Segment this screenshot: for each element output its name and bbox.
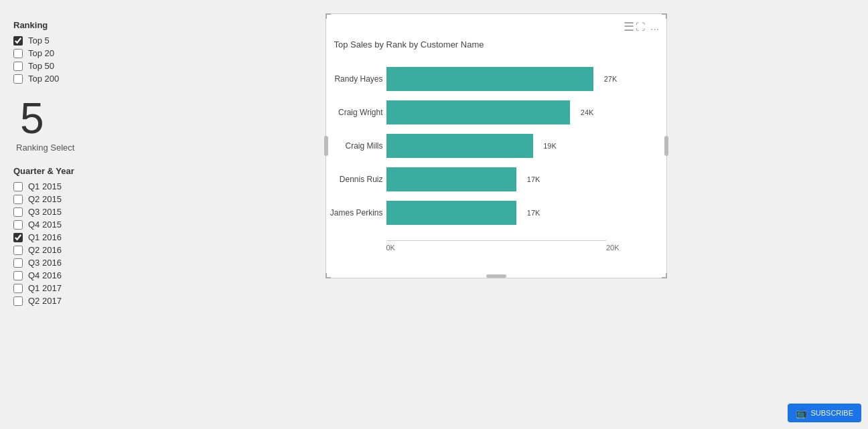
qy-label-7: Q4 2016 <box>28 270 62 280</box>
bar-label-2: Craig Mills <box>330 141 383 151</box>
qy-option-5[interactable]: Q2 2016 <box>13 245 137 255</box>
qy-option-9[interactable]: Q2 2017 <box>13 296 137 306</box>
qy-checkbox-9[interactable] <box>13 296 23 306</box>
drag-handle[interactable]: ☰ <box>624 19 636 34</box>
quarter-year-filter-section: Quarter & Year Q1 2015Q2 2015Q3 2015Q4 2… <box>13 166 137 306</box>
qy-label-3: Q4 2015 <box>28 220 62 230</box>
x-axis: 0K 20K <box>333 244 660 252</box>
qy-label-8: Q1 2017 <box>28 283 62 293</box>
subscribe-label: SUBSCRIBE <box>810 409 853 417</box>
qy-option-2[interactable]: Q3 2015 <box>13 207 137 217</box>
corner-handle-tl[interactable] <box>326 13 331 19</box>
corner-handle-bl[interactable] <box>326 273 331 278</box>
ranking-label-3: Top 200 <box>28 74 59 84</box>
chart-area: Randy Hayes27KCraig Wright24KCraig Mills… <box>326 55 666 272</box>
bar-row-4: James Perkins17K <box>386 199 620 227</box>
ranking-label-2: Top 50 <box>28 61 54 71</box>
qy-option-4[interactable]: Q1 2016 <box>13 232 137 242</box>
bar-fill-0[interactable]: 27K <box>386 67 594 91</box>
bar-fill-4[interactable]: 17K <box>386 201 517 225</box>
corner-handle-br[interactable] <box>662 273 667 278</box>
qy-option-6[interactable]: Q3 2016 <box>13 258 137 268</box>
bar-row-1: Craig Wright24K <box>386 98 620 126</box>
ranking-label-0: Top 5 <box>28 35 50 46</box>
bar-wrapper-4: 17K <box>386 199 620 227</box>
subscribe-icon: 📺 <box>796 408 807 418</box>
qy-option-3[interactable]: Q4 2015 <box>13 220 137 230</box>
subscribe-button[interactable]: 📺 SUBSCRIBE <box>788 404 861 422</box>
more-options-icon[interactable]: … <box>650 21 660 32</box>
bar-value-1: 24K <box>581 108 594 116</box>
bar-fill-2[interactable]: 19K <box>386 134 533 158</box>
qy-checkbox-7[interactable] <box>13 271 23 280</box>
qy-option-8[interactable]: Q1 2017 <box>13 283 137 293</box>
bar-label-0: Randy Hayes <box>330 74 383 84</box>
chart-panel: ☰ ⛶ … Top Sales by Rank by Customer Name… <box>326 13 667 278</box>
x-axis-end: 20K <box>606 244 620 252</box>
qy-checkbox-1[interactable] <box>13 195 23 204</box>
x-axis-start: 0K <box>386 244 395 252</box>
ranking-option-3[interactable]: Top 200 <box>13 74 137 84</box>
ranking-option-1[interactable]: Top 20 <box>13 48 137 58</box>
ranking-filter-section: Ranking Top 5Top 20Top 50Top 200 <box>13 20 137 84</box>
chart-panel-icons: ⛶ … <box>636 21 660 32</box>
bar-wrapper-2: 19K <box>386 132 620 160</box>
ranking-checkbox-0[interactable] <box>13 36 23 46</box>
ranking-number: 5 <box>13 97 137 140</box>
qy-label-0: Q1 2015 <box>28 181 62 191</box>
bar-fill-1[interactable]: 24K <box>386 100 571 124</box>
bar-label-1: Craig Wright <box>330 108 383 117</box>
bar-row-0: Randy Hayes27K <box>386 65 620 93</box>
bar-row-2: Craig Mills19K <box>386 132 620 160</box>
ranking-option-2[interactable]: Top 50 <box>13 61 137 71</box>
qy-checkbox-6[interactable] <box>13 258 23 268</box>
bar-fill-3[interactable]: 17K <box>386 167 517 191</box>
expand-icon[interactable]: ⛶ <box>636 21 645 32</box>
qy-label-2: Q3 2015 <box>28 207 62 217</box>
bar-wrapper-3: 17K <box>386 165 620 193</box>
qy-option-0[interactable]: Q1 2015 <box>13 181 137 191</box>
chart-container: ☰ ⛶ … Top Sales by Rank by Customer Name… <box>137 13 855 278</box>
qy-checkbox-8[interactable] <box>13 284 23 293</box>
ranking-checkbox-1[interactable] <box>13 49 23 58</box>
axis-line <box>386 240 606 241</box>
chart-title: Top Sales by Rank by Customer Name <box>326 37 666 55</box>
qy-label-4: Q1 2016 <box>28 232 62 242</box>
qy-checkbox-3[interactable] <box>13 220 23 230</box>
bar-wrapper-1: 24K <box>386 98 620 126</box>
bottom-resize-handle[interactable] <box>326 274 666 278</box>
ranking-checkbox-2[interactable] <box>13 62 23 71</box>
bar-row-3: Dennis Ruiz17K <box>386 165 620 193</box>
qy-checkbox-5[interactable] <box>13 246 23 255</box>
bar-wrapper-0: 27K <box>386 65 620 93</box>
qy-option-1[interactable]: Q2 2015 <box>13 194 137 204</box>
bar-label-3: Dennis Ruiz <box>330 175 383 184</box>
ranking-label-1: Top 20 <box>28 48 54 58</box>
qy-checkbox-4[interactable] <box>13 233 23 242</box>
bar-value-3: 17K <box>527 175 540 183</box>
qy-checkbox-2[interactable] <box>13 207 23 217</box>
qy-label-9: Q2 2017 <box>28 296 62 306</box>
ranking-select-label: Ranking Select <box>13 143 137 153</box>
ranking-option-0[interactable]: Top 5 <box>13 35 137 46</box>
qy-label-5: Q2 2016 <box>28 245 62 255</box>
bar-label-4: James Perkins <box>330 208 383 218</box>
ranking-title: Ranking <box>13 20 137 30</box>
qy-label-6: Q3 2016 <box>28 258 62 268</box>
bar-value-2: 19K <box>543 142 557 150</box>
qy-option-7[interactable]: Q4 2016 <box>13 270 137 280</box>
sidebar: Ranking Top 5Top 20Top 50Top 200 5 Ranki… <box>13 13 137 319</box>
ranking-checkbox-3[interactable] <box>13 74 23 84</box>
bar-value-4: 17K <box>527 209 540 217</box>
qy-checkbox-0[interactable] <box>13 182 23 191</box>
corner-handle-tr[interactable] <box>662 13 667 19</box>
qy-label-1: Q2 2015 <box>28 194 62 204</box>
bar-chart: Randy Hayes27KCraig Wright24KCraig Mills… <box>333 62 660 240</box>
chart-panel-header: ☰ ⛶ … <box>326 14 666 37</box>
quarter-year-title: Quarter & Year <box>13 166 137 176</box>
bar-value-0: 27K <box>604 75 618 83</box>
